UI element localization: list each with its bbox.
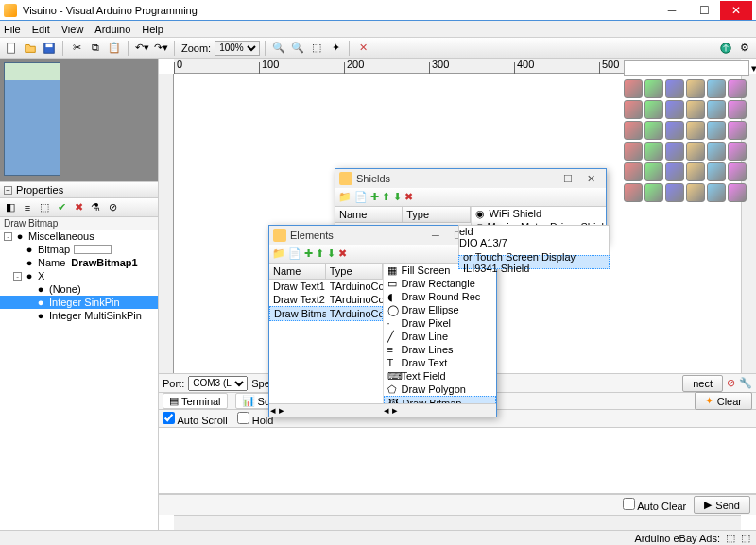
autoscroll-checkbox[interactable]: Auto Scroll (163, 412, 228, 426)
clear-button-top[interactable]: ✦Clear (695, 392, 752, 410)
cut-button[interactable]: ✂ (68, 40, 85, 57)
shields-minimize[interactable]: ─ (534, 171, 557, 186)
delete-button[interactable]: ✕ (354, 40, 371, 57)
el-tb-2[interactable]: 📄 (288, 247, 301, 260)
paste-button[interactable]: 📋 (106, 40, 123, 57)
prop-btn-4[interactable]: ✔ (54, 200, 69, 215)
config-button[interactable]: ⚙ (736, 40, 753, 57)
elements-minimize[interactable]: ─ (424, 228, 447, 243)
status-icon-1[interactable]: ⬚ (726, 532, 735, 544)
zoom-in-button[interactable]: 🔍 (270, 40, 287, 57)
elements-right-list[interactable]: ▦Fill Screen▭Draw Rectangle◖Draw Round R… (384, 264, 497, 403)
palette-component[interactable] (665, 183, 684, 202)
tree-node[interactable]: ●Bitmap (0, 243, 158, 256)
elements-scrollbars[interactable]: ◂ ▸◂ ▸ (269, 403, 496, 417)
undo-button[interactable]: ↶▾ (133, 40, 150, 57)
el-tb-3[interactable]: ✚ (304, 247, 313, 260)
close-button[interactable]: ✕ (720, 1, 752, 20)
palette-component[interactable] (665, 142, 684, 161)
palette-component[interactable] (644, 121, 663, 140)
palette-search-input[interactable] (624, 60, 749, 76)
palette-component[interactable] (707, 79, 726, 98)
palette-component[interactable] (707, 121, 726, 140)
shields-tb-2[interactable]: 📄 (354, 191, 368, 203)
palette-component[interactable] (665, 121, 684, 140)
palette-component[interactable] (686, 121, 705, 140)
zoom-out-button[interactable]: 🔍 (289, 40, 306, 57)
send-button[interactable]: ▶Send (694, 496, 750, 514)
prop-btn-5[interactable]: ✖ (71, 200, 86, 215)
menu-arduino[interactable]: Arduino (94, 24, 130, 35)
palette-component[interactable] (665, 79, 684, 98)
shields-tb-3[interactable]: ✚ (370, 191, 379, 203)
tree-node[interactable]: -●X (0, 269, 158, 282)
list-item[interactable]: ⌨Text Field (384, 369, 497, 383)
palette-component[interactable] (707, 183, 726, 202)
palette-component[interactable] (728, 162, 747, 181)
open-button[interactable] (22, 40, 39, 57)
port-select[interactable]: COM3 (L (188, 376, 248, 391)
tree-node[interactable]: ●(None) (0, 282, 158, 296)
list-item[interactable]: ◖Draw Round Rec (384, 290, 497, 303)
list-item[interactable]: ▭Draw Rectangle (384, 277, 497, 290)
palette-component[interactable] (686, 100, 705, 119)
terminal-output[interactable] (159, 427, 756, 494)
palette-component[interactable] (644, 183, 663, 202)
tree-node[interactable]: ●NameDrawBitmap1 (0, 256, 158, 269)
design-preview[interactable] (0, 59, 158, 181)
list-item[interactable]: ◉WiFi Shield (472, 207, 607, 220)
elements-left-list[interactable]: NameType Draw Text1TArduinoColoDraw Text… (269, 264, 384, 403)
palette-component[interactable] (644, 162, 663, 181)
palette-component[interactable] (624, 100, 643, 119)
prop-btn-1[interactable]: ◧ (3, 200, 18, 215)
status-icon-2[interactable]: ⬚ (741, 532, 750, 544)
palette-component[interactable] (707, 162, 726, 181)
tool-button-1[interactable]: ✦ (327, 40, 344, 57)
palette-component[interactable] (665, 100, 684, 119)
palette-component[interactable] (624, 162, 643, 181)
terminal-tab[interactable]: ▤Terminal (163, 393, 228, 409)
new-button[interactable] (3, 40, 20, 57)
list-item[interactable]: ◯Draw Ellipse (384, 303, 497, 316)
list-item[interactable]: ·Draw Pixel (384, 316, 497, 330)
palette-component[interactable] (728, 142, 747, 161)
shields-close[interactable]: ✕ (579, 171, 602, 186)
zoom-fit-button[interactable]: ⬚ (308, 40, 325, 57)
maximize-button[interactable]: ☐ (688, 1, 720, 20)
settings-icon[interactable]: 🔧 (739, 377, 752, 389)
el-tb-4[interactable]: ⬆ (316, 247, 324, 260)
shields-maximize[interactable]: ☐ (557, 171, 579, 186)
tree-node[interactable]: ●Integer MultiSinkPin (0, 309, 158, 322)
palette-component[interactable] (624, 142, 643, 161)
zoom-select[interactable]: 100% (215, 41, 260, 56)
connect-button[interactable]: nect (682, 375, 723, 392)
list-item[interactable]: Draw Bitmap1TArduinoColo (269, 306, 383, 321)
palette-clear-icon[interactable]: ▾ (751, 62, 756, 75)
minimize-button[interactable]: ─ (656, 1, 688, 20)
prop-btn-2[interactable]: ≡ (20, 200, 35, 215)
stop-icon[interactable]: ⊘ (727, 377, 735, 389)
palette-component[interactable] (644, 142, 663, 161)
palette-component[interactable] (728, 79, 747, 98)
palette-component[interactable] (624, 121, 643, 140)
palette-component[interactable] (644, 79, 663, 98)
el-tb-5[interactable]: ⬇ (327, 247, 335, 260)
shields-tb-1[interactable]: 📁 (338, 191, 352, 203)
list-item[interactable]: eld (459, 226, 609, 237)
shields-tb-5[interactable]: ⬇ (393, 191, 402, 203)
list-item[interactable]: TDraw Text (384, 356, 497, 369)
el-tb-6[interactable]: ✖ (338, 247, 347, 260)
prop-btn-6[interactable]: ⚗ (88, 200, 103, 215)
shields-tb-6[interactable]: ✖ (404, 191, 413, 203)
palette-component[interactable] (686, 183, 705, 202)
palette-component[interactable] (624, 183, 643, 202)
prop-btn-7[interactable]: ⊘ (105, 200, 120, 215)
save-button[interactable] (41, 40, 58, 57)
list-item[interactable]: Draw Text1TArduinoColo (269, 280, 383, 293)
tree-node[interactable]: ●Integer SinkPin (0, 296, 158, 309)
palette-component[interactable] (624, 79, 643, 98)
list-item[interactable]: ╱Draw Line (384, 330, 497, 343)
palette-component[interactable] (728, 100, 747, 119)
palette-component[interactable] (728, 183, 747, 202)
palette-component[interactable] (644, 100, 663, 119)
